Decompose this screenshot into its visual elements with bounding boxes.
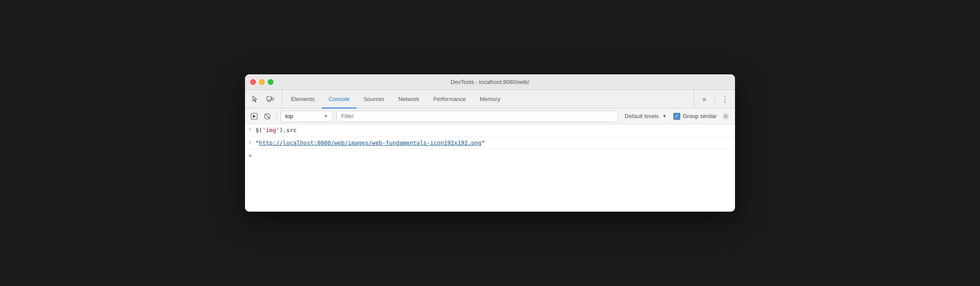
context-selector-arrow: ▼ (324, 114, 328, 119)
tab-network[interactable]: Network (392, 90, 427, 108)
console-entry-input: › $('img').src (245, 124, 735, 137)
maximize-button[interactable] (268, 79, 273, 85)
more-tabs-button[interactable]: » (698, 93, 711, 106)
context-selector[interactable]: top ▼ (280, 111, 333, 122)
tab-bar-right: » ⋮ (694, 90, 732, 108)
console-prompt-line[interactable]: > (245, 149, 735, 161)
gear-icon (722, 113, 729, 120)
group-similar-toggle[interactable]: ✓ Group similar (673, 113, 717, 120)
svg-point-9 (725, 115, 727, 117)
window-title: DevTools - localhost:8080/web/ (451, 79, 529, 85)
tab-memory[interactable]: Memory (473, 90, 508, 108)
toolbar-divider-1 (276, 112, 277, 121)
default-levels-button[interactable]: Default levels ▼ (620, 111, 672, 122)
code-paren-open: $( (256, 127, 262, 133)
svg-marker-6 (253, 115, 256, 118)
devtools-menu-button[interactable]: ⋮ (718, 93, 732, 106)
svg-rect-1 (272, 98, 273, 100)
console-entry-output: ‹ "http://localhost:8080/web/images/web-… (245, 137, 735, 150)
quote-close: " (482, 140, 485, 146)
tab-bar: Elements Console Sources Network Perform… (245, 90, 735, 108)
prompt-arrow: > (248, 152, 256, 159)
device-icon (266, 95, 274, 103)
cursor-tool-button[interactable] (248, 93, 262, 106)
tab-performance[interactable]: Performance (426, 90, 472, 108)
minimize-button[interactable] (259, 79, 265, 85)
quote-open: " (256, 140, 259, 146)
entry-content-1: $('img').src (256, 126, 732, 135)
console-output: › $('img').src ‹ "http://localhost:8080/… (245, 124, 735, 212)
entry-content-2: "http://localhost:8080/web/images/web-fu… (256, 139, 732, 147)
default-levels-arrow: ▼ (662, 114, 667, 119)
traffic-lights (250, 79, 273, 85)
tab-sources[interactable]: Sources (357, 90, 392, 108)
device-toolbar-button[interactable] (263, 93, 276, 106)
tab-divider (714, 95, 715, 104)
tab-bar-tools (248, 90, 282, 108)
clear-icon (264, 113, 271, 120)
tab-list: Elements Console Sources Network Perform… (284, 90, 694, 108)
entry-arrow-right: › (248, 126, 256, 132)
svg-rect-0 (267, 97, 271, 100)
tab-console[interactable]: Console (322, 90, 357, 108)
clear-console-button[interactable] (262, 111, 273, 122)
console-toolbar: top ▼ Default levels ▼ ✓ Group similar (245, 108, 735, 124)
entry-arrow-left: ‹ (248, 139, 256, 146)
devtools-window: DevTools - localhost:8080/web/ (245, 74, 735, 212)
code-paren-close: ).src (280, 127, 297, 133)
filter-input[interactable] (336, 111, 618, 122)
title-bar: DevTools - localhost:8080/web/ (245, 74, 735, 90)
svg-line-8 (265, 114, 270, 119)
cursor-icon (251, 95, 259, 103)
code-string: 'img' (262, 127, 280, 133)
execute-icon (251, 113, 258, 120)
console-settings-button[interactable] (720, 111, 732, 122)
tab-elements[interactable]: Elements (284, 90, 322, 108)
execute-button[interactable] (248, 111, 260, 122)
output-link[interactable]: http://localhost:8080/web/images/web-fun… (259, 140, 482, 146)
close-button[interactable] (250, 79, 256, 85)
group-similar-checkbox[interactable]: ✓ (673, 113, 680, 120)
